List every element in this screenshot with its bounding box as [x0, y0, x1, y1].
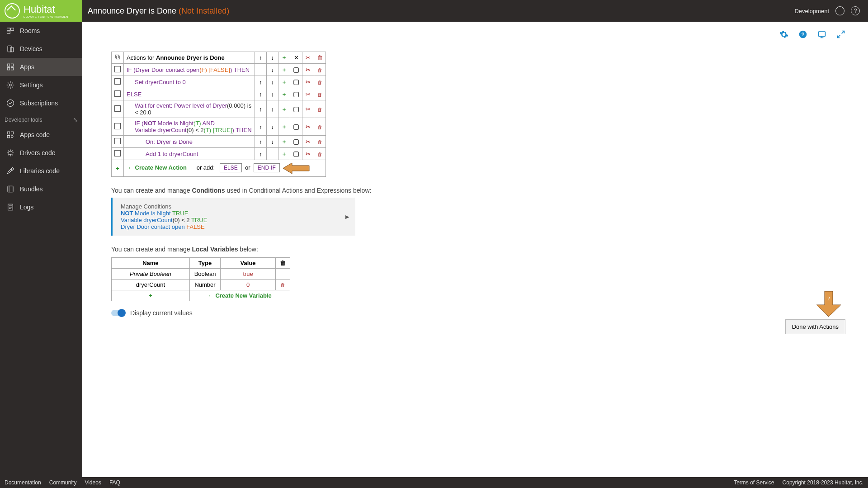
title-text: Announce Dryer is Done	[88, 6, 179, 15]
dev-label: Development	[794, 8, 829, 14]
topbar: Hubitat ELEVATE YOUR ENVIRONMENT Announc…	[0, 0, 868, 22]
logo-text: Hubitat	[24, 4, 70, 15]
logo-subtitle: ELEVATE YOUR ENVIRONMENT	[24, 15, 70, 18]
speech-icon[interactable]	[835, 6, 844, 15]
topbar-right: Development ?	[794, 6, 868, 15]
help-icon[interactable]: ?	[851, 6, 860, 15]
logo-icon	[5, 3, 20, 19]
logo[interactable]: Hubitat ELEVATE YOUR ENVIRONMENT	[0, 0, 82, 22]
install-status: (Not Installed)	[179, 6, 229, 15]
page-title: Announce Dryer is Done (Not Installed)	[82, 6, 229, 16]
